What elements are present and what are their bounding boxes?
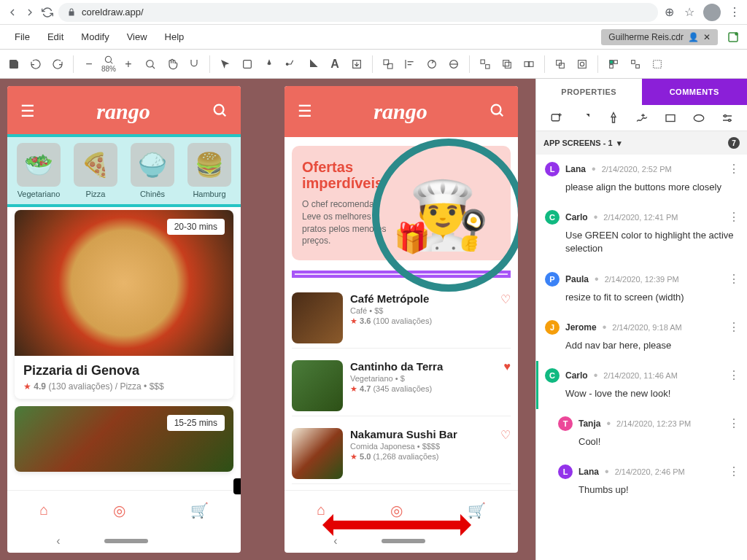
comment-item[interactable]: CCarlo•2/14/2020, 11:46 AMWow - love the… <box>536 361 747 409</box>
svg-rect-12 <box>486 64 489 68</box>
svg-point-27 <box>214 104 224 114</box>
add-comment-icon[interactable] <box>549 111 564 125</box>
menu-view[interactable]: View <box>120 28 155 45</box>
annotation-arrow[interactable] <box>328 521 466 529</box>
pick-tool[interactable] <box>216 55 235 74</box>
avatar: L <box>558 464 573 479</box>
comment-menu-icon[interactable]: ⋮ <box>728 320 740 334</box>
menu-file[interactable]: File <box>7 28 37 45</box>
combine-tool[interactable] <box>498 55 516 74</box>
select-tool[interactable] <box>648 55 667 74</box>
comment-item[interactable]: LLana•2/14/2020, 2:52 PMplease align the… <box>536 155 747 203</box>
phone-mockup-1: ☰ rango 🥗Vegetariano 🍕Pizza 🍚Chinês 🍔Ham… <box>7 86 241 553</box>
comment-item[interactable]: JJerome•2/14/2020, 9:18 AMAdd nav bar he… <box>536 313 747 361</box>
avatar: C <box>545 368 560 383</box>
weld-tool[interactable] <box>519 55 538 74</box>
file-badge[interactable]: Guilherme Reis.cdr 👤 ✕ <box>601 29 718 45</box>
sys-back-icon: ‹ <box>56 534 60 548</box>
zoom-out-button[interactable]: − <box>80 55 98 74</box>
add-icon[interactable]: ⊕ <box>662 6 676 19</box>
comments-panel: PROPERTIES COMMENTS APP SCREENS - 1 ▾ 7 … <box>535 79 747 560</box>
cart-icon: 🛒 <box>190 502 209 519</box>
ellipse-annot-icon[interactable] <box>692 111 706 125</box>
list-item: Café Metrópole Café • $$ ★ 3.6 (100 aval… <box>292 288 511 349</box>
comment-item[interactable]: CCarlo•2/14/2020, 12:41 PMUse GREEN colo… <box>536 203 747 264</box>
group-tool[interactable] <box>476 55 495 74</box>
layers-tool[interactable] <box>604 55 623 74</box>
menu-modify[interactable]: Modify <box>74 28 116 45</box>
url-bar[interactable]: coreldraw.app/ <box>58 3 658 22</box>
search-icon <box>489 102 505 122</box>
comment-item[interactable]: LLana•2/14/2020, 2:46 PMThumbs up!⋮ <box>536 457 747 505</box>
text-tool[interactable]: A <box>325 55 344 74</box>
comment-menu-icon[interactable]: ⋮ <box>728 368 740 382</box>
freehand-icon[interactable] <box>635 111 649 125</box>
star-icon[interactable]: ☆ <box>683 6 696 19</box>
comment-menu-icon[interactable]: ⋮ <box>728 416 740 430</box>
shape-tool[interactable] <box>238 55 257 74</box>
comment-menu-icon[interactable]: ⋮ <box>728 162 740 176</box>
node-tool[interactable] <box>282 55 301 74</box>
screens-header[interactable]: APP SCREENS - 1 ▾ 7 <box>536 131 747 155</box>
svg-point-20 <box>580 62 584 66</box>
order-tool[interactable] <box>379 55 398 74</box>
tab-comments[interactable]: COMMENTS <box>642 79 748 105</box>
forward-button[interactable] <box>23 6 36 19</box>
profile-avatar[interactable] <box>703 4 721 21</box>
comment-menu-icon[interactable]: ⋮ <box>728 210 740 224</box>
back-button[interactable] <box>6 6 19 19</box>
sys-home-pill <box>104 539 148 543</box>
comment-item[interactable]: TTanja•2/14/2020, 12:23 PMCool!⋮ <box>536 409 747 457</box>
pan-button[interactable] <box>163 55 182 74</box>
zoom-level[interactable]: 88% <box>101 55 116 73</box>
comment-text: Wow - love the new look! <box>545 387 738 400</box>
comment-author: Lana <box>565 164 586 174</box>
svg-point-32 <box>724 114 726 117</box>
rotate-tool[interactable] <box>422 55 441 74</box>
zoom-in-button[interactable]: + <box>119 55 138 74</box>
settings-icon[interactable] <box>720 111 735 125</box>
svg-rect-19 <box>578 60 587 68</box>
time-badge: 15-25 mins <box>167 415 225 431</box>
comment-text: Use GREEN color to highlight the active … <box>545 229 738 255</box>
avatar: C <box>545 210 560 225</box>
menu-edit[interactable]: Edit <box>40 28 71 45</box>
align-left-tool[interactable] <box>400 55 419 74</box>
comment-menu-icon[interactable]: ⋮ <box>728 272 740 286</box>
svg-point-33 <box>728 119 730 121</box>
avatar: J <box>545 320 560 335</box>
comment-text: please align the buttons more closely <box>545 181 738 194</box>
undo-button[interactable] <box>26 55 45 74</box>
rect-annot-icon[interactable] <box>663 111 678 125</box>
powerclip-tool[interactable] <box>573 55 592 74</box>
comment-author: Lana <box>578 467 599 477</box>
snap-button[interactable] <box>185 55 204 74</box>
pen-tool[interactable] <box>260 55 279 74</box>
import-tool[interactable] <box>347 55 366 74</box>
comment-menu-icon[interactable]: ⋮ <box>728 464 740 478</box>
arrow-annot-icon[interactable] <box>578 111 592 125</box>
svg-rect-17 <box>557 60 562 65</box>
pixel-tool[interactable] <box>626 55 645 74</box>
tab-properties[interactable]: PROPERTIES <box>536 79 642 105</box>
svg-rect-30 <box>666 114 675 121</box>
comment-item[interactable]: PPaula•2/14/2020, 12:39 PMresize to fit … <box>536 265 747 313</box>
login-icon[interactable] <box>727 31 740 44</box>
comment-date: 2/14/2020, 12:39 PM <box>605 275 679 284</box>
marker-icon[interactable] <box>606 111 621 125</box>
annotation-circle[interactable]: 👨‍🍳 🎁 <box>372 139 518 292</box>
duplicate-tool[interactable] <box>551 55 570 74</box>
flip-tool[interactable] <box>444 55 463 74</box>
menu-help[interactable]: Help <box>158 28 192 45</box>
redo-button[interactable] <box>48 55 67 74</box>
close-file-icon[interactable]: ✕ <box>703 32 711 42</box>
kebab-menu[interactable]: ⋮ <box>728 6 741 19</box>
save-button[interactable] <box>4 55 23 74</box>
crop-tool[interactable] <box>303 55 322 74</box>
canvas[interactable]: ☰ rango 🥗Vegetariano 🍕Pizza 🍚Chinês 🍔Ham… <box>0 79 535 560</box>
avatar: L <box>545 162 560 176</box>
comment-marker-icon[interactable] <box>233 478 241 494</box>
annotation-rectangle[interactable] <box>7 134 241 207</box>
fit-button[interactable] <box>141 55 160 74</box>
reload-button[interactable] <box>41 6 54 19</box>
